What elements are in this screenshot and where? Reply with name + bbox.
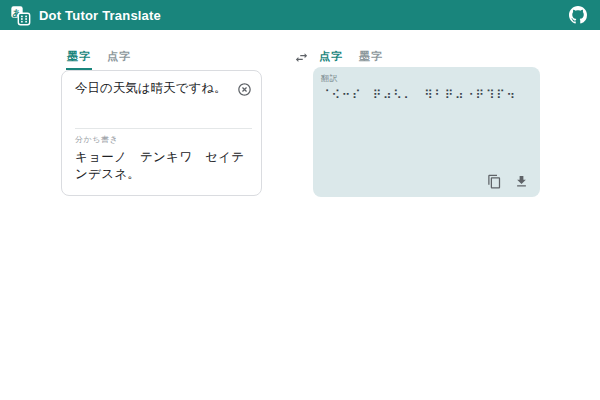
segmentation-text: キョーノ テンキワ セイテンデスネ。 xyxy=(75,149,252,183)
source-card: 今日の天気は晴天ですね。 分かち書き キョーノ テンキワ セイテンデスネ。 xyxy=(61,70,262,196)
app-logo-icon: あ xyxy=(10,5,31,26)
clear-input-button[interactable] xyxy=(236,81,252,97)
source-tab-sumiji[interactable]: 墨字 xyxy=(66,49,92,70)
app-window: あ Dot Tutor Translate 墨字 点字 xyxy=(0,0,600,400)
app-header: あ Dot Tutor Translate xyxy=(0,0,600,30)
segmentation-label: 分かち書き xyxy=(75,134,252,145)
download-button[interactable] xyxy=(513,173,529,189)
output-actions xyxy=(486,173,529,189)
braille-output: ⠈⠪⠒⠎⠀⠟⠴⠣⠄⠀⠻⠃⠟⠴⠐⠟⠹⠏⠲ xyxy=(321,88,532,102)
source-text-input[interactable]: 今日の天気は晴天ですね。 xyxy=(75,80,232,96)
github-icon xyxy=(569,6,587,24)
translation-label: 翻訳 xyxy=(321,73,532,84)
download-icon xyxy=(514,174,529,189)
swap-direction-button[interactable] xyxy=(292,48,310,66)
source-tab-tenji[interactable]: 点字 xyxy=(106,49,132,70)
source-input-row: 今日の天気は晴天ですね。 xyxy=(75,80,252,128)
target-card: 翻訳 ⠈⠪⠒⠎⠀⠟⠴⠣⠄⠀⠻⠃⠟⠴⠐⠟⠹⠏⠲ xyxy=(313,67,540,197)
github-link-button[interactable] xyxy=(566,3,590,27)
clear-circle-icon xyxy=(237,82,252,97)
copy-button[interactable] xyxy=(486,173,502,189)
card-divider xyxy=(75,128,252,129)
copy-icon xyxy=(487,174,502,189)
app-title: Dot Tutor Translate xyxy=(39,8,161,23)
swap-horizontal-icon xyxy=(294,50,309,65)
source-tabs: 墨字 点字 xyxy=(66,49,132,70)
